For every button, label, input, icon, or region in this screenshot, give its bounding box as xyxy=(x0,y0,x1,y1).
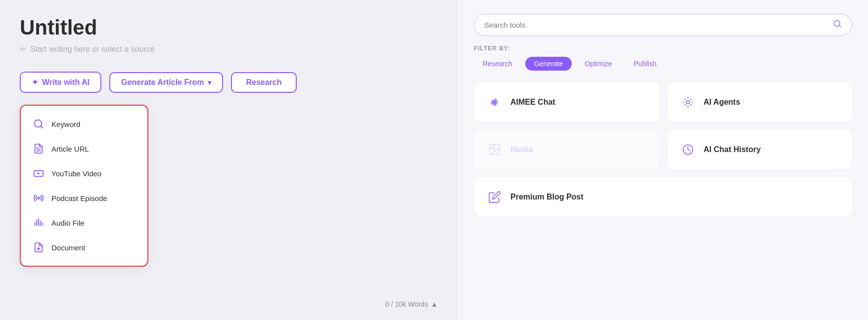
ai-chat-history-icon xyxy=(679,141,697,159)
dropdown-label-document: Document xyxy=(51,243,85,252)
left-panel: Untitled ✏ Start writing here or select … xyxy=(0,0,457,320)
subtitle-text: Start writing here or select a source xyxy=(30,45,155,54)
tool-card-ai-chat-history[interactable]: AI Chat History xyxy=(667,130,853,169)
svg-point-18 xyxy=(492,103,493,104)
document-icon xyxy=(33,241,45,253)
generate-article-button[interactable]: Generate Article From ▾ xyxy=(109,72,223,93)
dropdown-item-podcast[interactable]: Podcast Episode xyxy=(21,186,147,210)
subtitle-row: ✏ Start writing here or select a source xyxy=(20,44,438,54)
media-label: Media xyxy=(510,145,533,154)
filter-label: FILTER BY: xyxy=(474,45,852,52)
page-title: Untitled xyxy=(20,16,438,40)
svg-point-15 xyxy=(494,101,496,104)
toolbar: ✦ Write with AI Generate Article From ▾ … xyxy=(20,72,438,93)
research-button[interactable]: Research xyxy=(231,72,296,93)
pencil-icon: ✏ xyxy=(20,44,26,54)
svg-point-20 xyxy=(686,101,689,104)
ai-chat-history-label: AI Chat History xyxy=(704,145,761,154)
write-ai-button[interactable]: ✦ Write with AI xyxy=(20,72,101,93)
aimee-chat-label: AIMEE Chat xyxy=(510,98,555,107)
svg-point-16 xyxy=(492,101,493,102)
ai-agents-icon xyxy=(679,93,697,111)
tool-card-media[interactable]: Media xyxy=(474,130,659,169)
dropdown-label-podcast: Podcast Episode xyxy=(51,194,107,202)
search-box xyxy=(474,14,852,36)
chevron-down-icon: ▾ xyxy=(208,79,211,86)
svg-point-22 xyxy=(492,147,494,149)
word-count: 0 / 10k Words ▲ xyxy=(385,300,438,308)
svg-marker-4 xyxy=(38,172,40,175)
dropdown-label-youtube: YouTube Video xyxy=(51,169,101,178)
tool-card-aimee-chat[interactable]: AIMEE Chat xyxy=(474,82,659,122)
tool-card-premium-blog-post[interactable]: Premium Blog Post xyxy=(474,177,852,217)
ai-agents-label: AI Agents xyxy=(704,98,740,107)
dropdown-item-youtube[interactable]: YouTube Video xyxy=(21,161,147,186)
filter-tab-research[interactable]: Research xyxy=(474,57,521,71)
sparkle-icon: ✦ xyxy=(32,78,38,87)
article-url-icon xyxy=(33,143,45,155)
dropdown-label-audio: Audio File xyxy=(51,219,85,227)
filter-tabs: Research Generate Optimize Publish xyxy=(474,57,852,71)
tools-grid: AIMEE Chat AI Agents Media xyxy=(474,82,852,217)
search-input[interactable] xyxy=(484,21,833,29)
right-panel: FILTER BY: Research Generate Optimize Pu… xyxy=(457,0,868,320)
search-icon xyxy=(833,19,842,31)
dropdown-item-article-url[interactable]: Article URL xyxy=(21,136,147,161)
aimee-chat-icon xyxy=(486,93,503,111)
youtube-icon xyxy=(33,167,45,179)
podcast-icon xyxy=(33,192,45,204)
filter-tab-optimize[interactable]: Optimize xyxy=(576,57,621,71)
dropdown-label-article-url: Article URL xyxy=(51,145,89,153)
premium-blog-post-icon xyxy=(486,188,503,206)
tool-card-ai-agents[interactable]: AI Agents xyxy=(667,82,853,122)
svg-point-19 xyxy=(496,103,497,104)
keyword-icon xyxy=(33,118,45,130)
media-icon xyxy=(486,141,503,159)
premium-blog-post-label: Premium Blog Post xyxy=(510,193,584,201)
dropdown-item-keyword[interactable]: Keyword xyxy=(21,112,147,136)
svg-point-17 xyxy=(496,101,497,102)
dropdown-item-document[interactable]: Document xyxy=(21,235,147,260)
dropdown-label-keyword: Keyword xyxy=(51,120,80,128)
dropdown-item-audio[interactable]: Audio File xyxy=(21,210,147,235)
chevron-up-icon: ▲ xyxy=(431,300,438,308)
audio-icon xyxy=(33,217,45,229)
filter-tab-publish[interactable]: Publish xyxy=(625,57,666,71)
svg-point-5 xyxy=(38,197,40,199)
dropdown-menu: Keyword Article URL YouTube Video xyxy=(20,105,148,267)
filter-tab-generate[interactable]: Generate xyxy=(525,57,572,71)
